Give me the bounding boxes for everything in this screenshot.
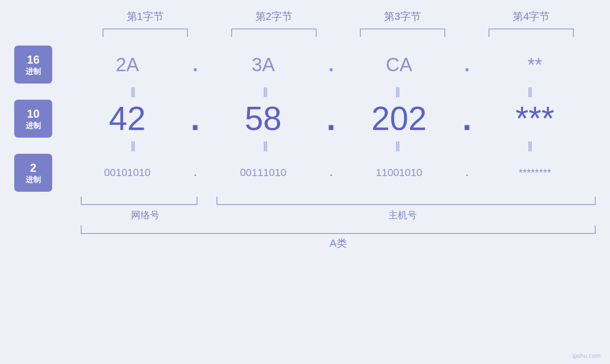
- eq-sym-8: ||: [527, 140, 531, 152]
- bin-label: 2 进制: [14, 154, 52, 192]
- hex-val-2: 3A: [202, 54, 324, 75]
- bin-dot-2: .: [324, 167, 338, 179]
- eq-cell-8: ||: [463, 140, 596, 152]
- dec-row: 10 进制 42 . 58 . 202 . ***: [14, 100, 596, 138]
- network-bracket: [81, 196, 197, 205]
- eq-sym-1: ||: [131, 85, 134, 98]
- bottom-brackets-container: [81, 196, 596, 207]
- eq-cell-3: ||: [331, 85, 464, 98]
- top-bracket-4: [488, 28, 574, 37]
- eq-sym-6: ||: [263, 140, 267, 152]
- bin-val-1: 00101010: [66, 167, 188, 179]
- hex-values-row: 2A . 3A . CA . **: [66, 54, 596, 75]
- a-class-bracket-container: A类: [81, 225, 596, 251]
- dec-val-3: 202: [338, 100, 460, 138]
- watermark: ipshu.com: [572, 352, 601, 359]
- equals-row-2: || || || ||: [66, 140, 596, 152]
- hex-val-4: **: [474, 54, 596, 75]
- top-bracket-3: [360, 28, 445, 37]
- bin-label-unit: 进制: [26, 175, 41, 185]
- dec-label-num: 10: [27, 106, 40, 121]
- eq-sym-3: ||: [395, 85, 399, 98]
- col-header-2: 第2字节: [209, 9, 338, 24]
- bracket-cell-2: [209, 28, 338, 37]
- hex-label-unit: 进制: [26, 67, 41, 77]
- col-header-3: 第3字节: [338, 9, 467, 24]
- eq-cell-7: ||: [331, 140, 464, 152]
- host-bracket: [216, 196, 596, 205]
- dec-label: 10 进制: [14, 100, 52, 138]
- eq-cell-5: ||: [66, 140, 199, 152]
- dec-values-row: 42 . 58 . 202 . ***: [66, 100, 596, 138]
- dec-val-4: ***: [474, 100, 596, 138]
- col-header-4: 第4字节: [467, 9, 596, 24]
- dec-dot-2: .: [324, 100, 338, 138]
- bracket-cell-4: [467, 28, 596, 37]
- hex-dot-2: .: [324, 54, 338, 75]
- host-label: 主机号: [209, 209, 596, 222]
- bin-dot-1: .: [188, 167, 202, 179]
- dec-dot-3: .: [460, 100, 474, 138]
- bin-dot-3: .: [460, 167, 474, 179]
- bin-val-4: ********: [474, 167, 596, 179]
- bin-row: 2 进制 00101010 . 00111010 . 11001010 . **…: [14, 154, 596, 192]
- top-brackets-row: [81, 28, 596, 37]
- hex-label-num: 16: [27, 52, 40, 67]
- dec-dot-1: .: [188, 100, 202, 138]
- dec-val-1: 42: [66, 100, 188, 138]
- eq-cell-1: ||: [66, 85, 199, 98]
- equals-row-1: || || || ||: [66, 85, 596, 98]
- hex-dot-1: .: [188, 54, 202, 75]
- eq-sym-4: ||: [527, 85, 531, 98]
- column-headers: 第1字节 第2字节 第3字节 第4字节: [81, 9, 596, 24]
- bracket-cell-1: [81, 28, 209, 37]
- hex-val-3: CA: [338, 54, 460, 75]
- a-class-label: A类: [81, 236, 596, 251]
- bin-val-2: 00111010: [202, 167, 324, 179]
- hex-dot-3: .: [460, 54, 474, 75]
- eq-cell-6: ||: [199, 140, 331, 152]
- dec-label-unit: 进制: [26, 121, 41, 131]
- bin-label-num: 2: [30, 160, 36, 175]
- network-host-labels: 网络号 主机号: [81, 209, 596, 222]
- eq-cell-2: ||: [199, 85, 331, 98]
- top-bracket-2: [231, 28, 317, 37]
- eq-sym-2: ||: [263, 85, 267, 98]
- bin-values-row: 00101010 . 00111010 . 11001010 . *******…: [66, 167, 596, 179]
- bin-val-3: 11001010: [338, 167, 460, 179]
- hex-val-1: 2A: [66, 54, 188, 75]
- eq-cell-4: ||: [463, 85, 596, 98]
- bracket-cell-3: [338, 28, 467, 37]
- eq-sym-5: ||: [131, 140, 134, 152]
- main-container: 第1字节 第2字节 第3字节 第4字节 16 进制 2A . 3A . CA: [0, 0, 610, 364]
- dec-val-2: 58: [202, 100, 324, 138]
- eq-sym-7: ||: [395, 140, 399, 152]
- hex-label: 16 进制: [14, 46, 52, 84]
- network-label: 网络号: [81, 209, 209, 222]
- a-class-bracket: [81, 225, 596, 234]
- hex-row: 16 进制 2A . 3A . CA . **: [14, 46, 596, 84]
- top-bracket-1: [103, 28, 188, 37]
- col-header-1: 第1字节: [81, 9, 209, 24]
